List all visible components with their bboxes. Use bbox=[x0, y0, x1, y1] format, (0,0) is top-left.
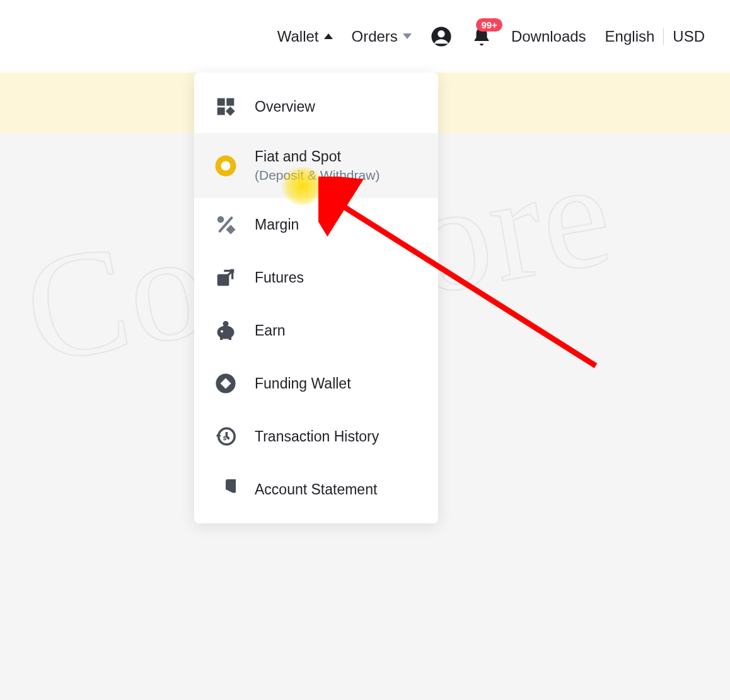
svg-point-12 bbox=[217, 326, 235, 339]
dropdown-item-earn[interactable]: Earn bbox=[194, 304, 438, 357]
orders-label: Orders bbox=[352, 28, 398, 45]
svg-point-7 bbox=[221, 161, 231, 170]
svg-point-13 bbox=[223, 321, 229, 327]
dropdown-label: Futures bbox=[255, 269, 304, 286]
diamond-icon bbox=[214, 372, 237, 395]
dropdown-label: Margin bbox=[255, 216, 299, 233]
dropdown-item-history[interactable]: $ Transaction History bbox=[194, 410, 438, 463]
dropdown-item-margin[interactable]: Margin bbox=[194, 198, 438, 251]
language-label: English bbox=[605, 28, 655, 45]
svg-rect-14 bbox=[220, 337, 223, 341]
svg-rect-10 bbox=[217, 274, 229, 286]
notifications-icon[interactable]: 99+ bbox=[471, 26, 492, 47]
dropdown-item-futures[interactable]: Futures bbox=[194, 251, 438, 304]
wallet-dropdown: Overview Fiat and Spot (Deposit & Withdr… bbox=[194, 73, 438, 523]
svg-marker-5 bbox=[226, 107, 235, 116]
dropdown-item-fiat-spot[interactable]: Fiat and Spot (Deposit & Withdraw) bbox=[194, 133, 438, 198]
pie-icon bbox=[214, 478, 237, 501]
dropdown-label: Funding Wallet bbox=[255, 375, 351, 392]
currency-label: USD bbox=[673, 28, 705, 45]
dropdown-sublabel: (Deposit & Withdraw) bbox=[255, 168, 379, 183]
dropdown-label: Overview bbox=[255, 98, 315, 115]
dropdown-label: Earn bbox=[255, 322, 286, 339]
orders-nav[interactable]: Orders bbox=[352, 28, 412, 45]
svg-rect-4 bbox=[217, 107, 225, 115]
dropdown-label: Transaction History bbox=[255, 428, 379, 445]
profile-icon[interactable] bbox=[431, 26, 452, 47]
wallet-label: Wallet bbox=[277, 28, 319, 45]
divider bbox=[663, 28, 664, 45]
svg-point-1 bbox=[437, 30, 444, 37]
downloads-label: Downloads bbox=[511, 28, 586, 45]
grid-icon bbox=[214, 95, 237, 118]
futures-icon bbox=[214, 266, 237, 289]
coin-icon bbox=[214, 155, 237, 177]
wallet-nav[interactable]: Wallet bbox=[277, 28, 333, 45]
header: Wallet Orders 99+ Downloads English USD bbox=[0, 0, 730, 73]
locale-currency[interactable]: English USD bbox=[605, 28, 705, 45]
caret-up-icon bbox=[324, 33, 333, 39]
dropdown-item-statement[interactable]: Account Statement bbox=[194, 463, 438, 516]
dropdown-item-funding[interactable]: Funding Wallet bbox=[194, 357, 438, 410]
dropdown-label: Account Statement bbox=[255, 481, 377, 498]
dropdown-item-overview[interactable]: Overview bbox=[194, 80, 438, 133]
caret-down-icon bbox=[403, 33, 412, 39]
svg-text:$: $ bbox=[223, 435, 227, 441]
notification-badge: 99+ bbox=[476, 18, 502, 32]
svg-rect-2 bbox=[217, 98, 225, 106]
downloads-nav[interactable]: Downloads bbox=[511, 28, 586, 45]
svg-rect-3 bbox=[226, 98, 234, 106]
svg-rect-15 bbox=[229, 337, 232, 341]
svg-marker-9 bbox=[226, 225, 235, 234]
piggy-icon bbox=[214, 319, 237, 342]
dropdown-label: Fiat and Spot bbox=[255, 148, 379, 165]
svg-point-8 bbox=[217, 216, 224, 223]
history-icon: $ bbox=[214, 425, 237, 448]
svg-point-16 bbox=[221, 330, 223, 333]
percent-icon bbox=[214, 213, 237, 236]
